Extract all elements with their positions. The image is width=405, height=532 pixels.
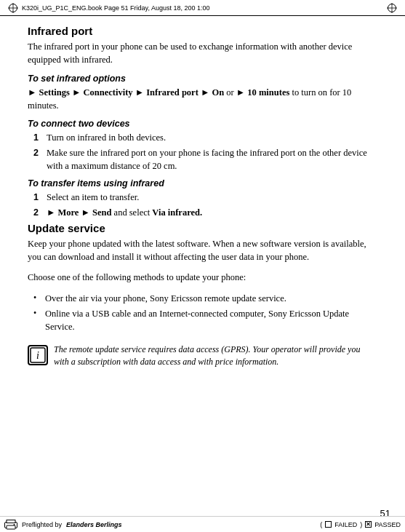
nav-arrow-3: ►: [135, 87, 144, 98]
transfer-heading: To transfer items using infrared: [28, 178, 377, 188]
bullet-text-2: Online via a USB cable and an Internet-c…: [45, 307, 377, 333]
update-section: Update service Keep your phone updated w…: [28, 222, 377, 333]
nav-arrow-1: ►: [28, 87, 36, 98]
close-paren: ): [360, 521, 362, 528]
transfer-subsection: To transfer items using infrared 1 Selec…: [28, 178, 377, 219]
update-title: Update service: [28, 222, 377, 234]
nav-arrow-send: ►: [81, 207, 90, 218]
bullet-item-1: • Over the air via your phone, Sony Eric…: [33, 292, 377, 305]
svg-text:i: i: [36, 350, 39, 361]
update-body: Keep your phone updated with the latest …: [28, 237, 377, 263]
update-choose: Choose one of the following methods to u…: [28, 271, 377, 284]
connect-item-2: 2 Make sure the infrared port on your ph…: [33, 146, 377, 172]
preflight-label: Preflighted by: [22, 521, 62, 528]
crosshair-icon-right: [386, 2, 398, 14]
infrared-body: The infrared port in your phone can be u…: [28, 40, 377, 66]
main-content: Infrared port The infrared port in your …: [22, 16, 383, 503]
transfer-num-1: 1: [33, 191, 42, 204]
transfer-item-1: 1 Select an item to transfer.: [33, 191, 377, 204]
connect-item-1: 1 Turn on infrared in both devices.: [33, 131, 377, 144]
item-num-1: 1: [33, 131, 42, 144]
checkbox-group: ( FAILED ) ✕ PASSED: [320, 521, 401, 528]
page-container: K320i_UG_P1C_ENG.book Page 51 Friday, Au…: [0, 0, 405, 532]
bullet-dot-2: •: [33, 307, 41, 333]
bullet-dot-1: •: [33, 292, 41, 305]
nav-arrow-5: ►: [236, 87, 245, 98]
item-text-2: Make sure the infrared port on your phon…: [47, 146, 377, 172]
transfer-num-2: 2: [33, 206, 42, 219]
nav-arrow-more: ►: [47, 207, 55, 218]
svg-rect-9: [7, 520, 15, 523]
crosshair-icon: [7, 2, 19, 14]
set-options-heading: To set infrared options: [28, 74, 377, 84]
nav-on: On or: [212, 87, 236, 98]
svg-rect-10: [7, 525, 15, 529]
transfer-text-2: ► More ► Send and select Via infrared.: [47, 206, 202, 219]
note-text: The remote update service requires data …: [54, 344, 377, 369]
set-options-nav: ► Settings ► Connectivity ► Infrared por…: [28, 86, 377, 112]
connect-heading: To connect two devices: [28, 119, 377, 129]
infrared-title: Infrared port: [28, 25, 377, 37]
header-left: K320i_UG_P1C_ENG.book Page 51 Friday, Au…: [7, 2, 210, 14]
passed-label: PASSED: [374, 521, 401, 528]
nav-arrow-2: ►: [72, 87, 81, 98]
svg-point-11: [14, 524, 15, 525]
infrared-section: Infrared port The infrared port in your …: [28, 25, 377, 66]
note-box: i The remote update service requires dat…: [28, 339, 377, 373]
connect-list: 1 Turn on infrared in both devices. 2 Ma…: [33, 131, 377, 172]
nav-connectivity: Connectivity: [84, 87, 135, 98]
connect-subsection: To connect two devices 1 Turn on infrare…: [28, 119, 377, 172]
passed-checkbox: ✕: [365, 521, 372, 528]
printer-icon: [4, 520, 17, 530]
update-bullets: • Over the air via your phone, Sony Eric…: [33, 292, 377, 333]
nav-infrared-port: Infrared port: [146, 87, 201, 98]
nav-arrow-4: ►: [201, 87, 209, 98]
transfer-text-1: Select an item to transfer.: [47, 191, 139, 204]
transfer-list: 1 Select an item to transfer. 2 ► More ►…: [33, 191, 377, 219]
nav-10-minutes: 10 minutes: [247, 87, 289, 98]
transfer-item-2: 2 ► More ► Send and select Via infrared.: [33, 206, 377, 219]
bullet-item-2: • Online via a USB cable and an Internet…: [33, 307, 377, 333]
company-name: Elanders Berlings: [66, 521, 122, 528]
footer-left: Preflighted by Elanders Berlings: [4, 520, 122, 530]
item-num-2: 2: [33, 146, 42, 172]
page-header: K320i_UG_P1C_ENG.book Page 51 Friday, Au…: [0, 0, 405, 16]
nav-settings: Settings: [39, 87, 73, 98]
open-paren: (: [320, 521, 322, 528]
bullet-text-1: Over the air via your phone, Sony Ericss…: [45, 292, 286, 305]
set-options-subsection: To set infrared options ► Settings ► Con…: [28, 74, 377, 112]
item-text-1: Turn on infrared in both devices.: [47, 131, 166, 144]
failed-label: FAILED: [334, 521, 357, 528]
page-footer: Preflighted by Elanders Berlings ( FAILE…: [0, 516, 405, 532]
note-icon: i: [28, 345, 48, 365]
checkbox-checkmark: ✕: [366, 521, 371, 528]
header-text: K320i_UG_P1C_ENG.book Page 51 Friday, Au…: [22, 4, 210, 12]
failed-checkbox: [325, 521, 332, 528]
